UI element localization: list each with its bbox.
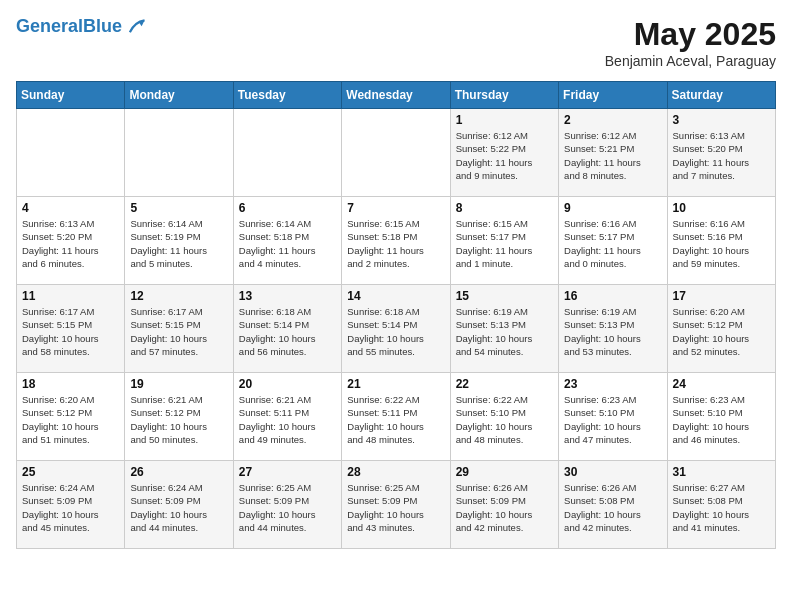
calendar-cell: 25Sunrise: 6:24 AM Sunset: 5:09 PM Dayli… [17,461,125,549]
day-number: 6 [239,201,336,215]
calendar-cell: 2Sunrise: 6:12 AM Sunset: 5:21 PM Daylig… [559,109,667,197]
day-info: Sunrise: 6:26 AM Sunset: 5:09 PM Dayligh… [456,481,553,534]
day-info: Sunrise: 6:26 AM Sunset: 5:08 PM Dayligh… [564,481,661,534]
day-info: Sunrise: 6:20 AM Sunset: 5:12 PM Dayligh… [22,393,119,446]
calendar-cell: 1Sunrise: 6:12 AM Sunset: 5:22 PM Daylig… [450,109,558,197]
day-info: Sunrise: 6:15 AM Sunset: 5:17 PM Dayligh… [456,217,553,270]
day-info: Sunrise: 6:19 AM Sunset: 5:13 PM Dayligh… [564,305,661,358]
day-info: Sunrise: 6:21 AM Sunset: 5:12 PM Dayligh… [130,393,227,446]
calendar-cell: 11Sunrise: 6:17 AM Sunset: 5:15 PM Dayli… [17,285,125,373]
day-number: 20 [239,377,336,391]
calendar-cell: 23Sunrise: 6:23 AM Sunset: 5:10 PM Dayli… [559,373,667,461]
day-number: 9 [564,201,661,215]
day-info: Sunrise: 6:23 AM Sunset: 5:10 PM Dayligh… [564,393,661,446]
day-info: Sunrise: 6:24 AM Sunset: 5:09 PM Dayligh… [22,481,119,534]
day-number: 24 [673,377,770,391]
day-info: Sunrise: 6:13 AM Sunset: 5:20 PM Dayligh… [22,217,119,270]
calendar-week-row: 25Sunrise: 6:24 AM Sunset: 5:09 PM Dayli… [17,461,776,549]
day-number: 12 [130,289,227,303]
day-number: 22 [456,377,553,391]
weekday-header-monday: Monday [125,82,233,109]
calendar-cell: 16Sunrise: 6:19 AM Sunset: 5:13 PM Dayli… [559,285,667,373]
day-number: 15 [456,289,553,303]
calendar-cell: 13Sunrise: 6:18 AM Sunset: 5:14 PM Dayli… [233,285,341,373]
calendar-cell: 30Sunrise: 6:26 AM Sunset: 5:08 PM Dayli… [559,461,667,549]
day-number: 10 [673,201,770,215]
day-number: 1 [456,113,553,127]
calendar-cell: 18Sunrise: 6:20 AM Sunset: 5:12 PM Dayli… [17,373,125,461]
calendar-week-row: 4Sunrise: 6:13 AM Sunset: 5:20 PM Daylig… [17,197,776,285]
calendar-week-row: 11Sunrise: 6:17 AM Sunset: 5:15 PM Dayli… [17,285,776,373]
day-info: Sunrise: 6:16 AM Sunset: 5:16 PM Dayligh… [673,217,770,270]
weekday-header-saturday: Saturday [667,82,775,109]
day-number: 8 [456,201,553,215]
day-info: Sunrise: 6:20 AM Sunset: 5:12 PM Dayligh… [673,305,770,358]
calendar-body: 1Sunrise: 6:12 AM Sunset: 5:22 PM Daylig… [17,109,776,549]
day-number: 30 [564,465,661,479]
calendar-cell: 31Sunrise: 6:27 AM Sunset: 5:08 PM Dayli… [667,461,775,549]
logo-icon [124,16,146,38]
day-number: 21 [347,377,444,391]
calendar-cell: 24Sunrise: 6:23 AM Sunset: 5:10 PM Dayli… [667,373,775,461]
day-number: 2 [564,113,661,127]
calendar-cell: 28Sunrise: 6:25 AM Sunset: 5:09 PM Dayli… [342,461,450,549]
title-block: May 2025 Benjamin Aceval, Paraguay [605,16,776,69]
day-info: Sunrise: 6:27 AM Sunset: 5:08 PM Dayligh… [673,481,770,534]
calendar-cell: 8Sunrise: 6:15 AM Sunset: 5:17 PM Daylig… [450,197,558,285]
calendar-cell [125,109,233,197]
calendar-cell: 6Sunrise: 6:14 AM Sunset: 5:18 PM Daylig… [233,197,341,285]
calendar-cell [17,109,125,197]
day-number: 26 [130,465,227,479]
day-info: Sunrise: 6:25 AM Sunset: 5:09 PM Dayligh… [347,481,444,534]
calendar-cell: 17Sunrise: 6:20 AM Sunset: 5:12 PM Dayli… [667,285,775,373]
day-number: 31 [673,465,770,479]
day-info: Sunrise: 6:23 AM Sunset: 5:10 PM Dayligh… [673,393,770,446]
location: Benjamin Aceval, Paraguay [605,53,776,69]
weekday-header-friday: Friday [559,82,667,109]
day-info: Sunrise: 6:17 AM Sunset: 5:15 PM Dayligh… [130,305,227,358]
day-number: 7 [347,201,444,215]
day-info: Sunrise: 6:16 AM Sunset: 5:17 PM Dayligh… [564,217,661,270]
calendar-week-row: 1Sunrise: 6:12 AM Sunset: 5:22 PM Daylig… [17,109,776,197]
calendar-cell: 15Sunrise: 6:19 AM Sunset: 5:13 PM Dayli… [450,285,558,373]
day-info: Sunrise: 6:25 AM Sunset: 5:09 PM Dayligh… [239,481,336,534]
calendar-week-row: 18Sunrise: 6:20 AM Sunset: 5:12 PM Dayli… [17,373,776,461]
day-info: Sunrise: 6:15 AM Sunset: 5:18 PM Dayligh… [347,217,444,270]
calendar-cell: 21Sunrise: 6:22 AM Sunset: 5:11 PM Dayli… [342,373,450,461]
calendar-cell: 3Sunrise: 6:13 AM Sunset: 5:20 PM Daylig… [667,109,775,197]
logo-text: GeneralBlue [16,17,122,37]
page-header: GeneralBlue May 2025 Benjamin Aceval, Pa… [16,16,776,69]
calendar-cell: 22Sunrise: 6:22 AM Sunset: 5:10 PM Dayli… [450,373,558,461]
day-info: Sunrise: 6:21 AM Sunset: 5:11 PM Dayligh… [239,393,336,446]
day-info: Sunrise: 6:22 AM Sunset: 5:10 PM Dayligh… [456,393,553,446]
calendar-header: SundayMondayTuesdayWednesdayThursdayFrid… [17,82,776,109]
day-info: Sunrise: 6:22 AM Sunset: 5:11 PM Dayligh… [347,393,444,446]
calendar-cell: 10Sunrise: 6:16 AM Sunset: 5:16 PM Dayli… [667,197,775,285]
day-number: 28 [347,465,444,479]
calendar-cell: 12Sunrise: 6:17 AM Sunset: 5:15 PM Dayli… [125,285,233,373]
day-info: Sunrise: 6:18 AM Sunset: 5:14 PM Dayligh… [347,305,444,358]
weekday-header-thursday: Thursday [450,82,558,109]
day-info: Sunrise: 6:14 AM Sunset: 5:18 PM Dayligh… [239,217,336,270]
day-info: Sunrise: 6:12 AM Sunset: 5:21 PM Dayligh… [564,129,661,182]
logo: GeneralBlue [16,16,146,38]
day-number: 14 [347,289,444,303]
day-number: 29 [456,465,553,479]
calendar-cell: 26Sunrise: 6:24 AM Sunset: 5:09 PM Dayli… [125,461,233,549]
weekday-header-row: SundayMondayTuesdayWednesdayThursdayFrid… [17,82,776,109]
day-info: Sunrise: 6:12 AM Sunset: 5:22 PM Dayligh… [456,129,553,182]
day-info: Sunrise: 6:19 AM Sunset: 5:13 PM Dayligh… [456,305,553,358]
day-info: Sunrise: 6:13 AM Sunset: 5:20 PM Dayligh… [673,129,770,182]
calendar-cell: 27Sunrise: 6:25 AM Sunset: 5:09 PM Dayli… [233,461,341,549]
day-info: Sunrise: 6:17 AM Sunset: 5:15 PM Dayligh… [22,305,119,358]
day-number: 25 [22,465,119,479]
calendar-cell [233,109,341,197]
calendar-cell [342,109,450,197]
calendar-cell: 20Sunrise: 6:21 AM Sunset: 5:11 PM Dayli… [233,373,341,461]
calendar-cell: 4Sunrise: 6:13 AM Sunset: 5:20 PM Daylig… [17,197,125,285]
weekday-header-wednesday: Wednesday [342,82,450,109]
day-number: 4 [22,201,119,215]
calendar-table: SundayMondayTuesdayWednesdayThursdayFrid… [16,81,776,549]
day-number: 11 [22,289,119,303]
day-info: Sunrise: 6:24 AM Sunset: 5:09 PM Dayligh… [130,481,227,534]
